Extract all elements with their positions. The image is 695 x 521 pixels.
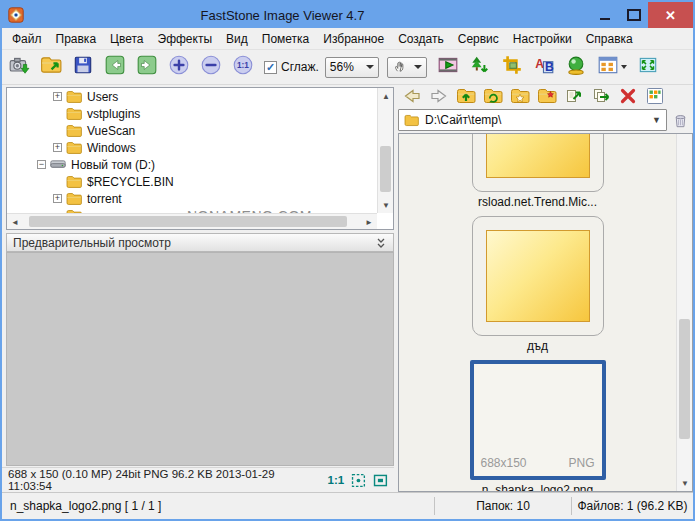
copy-to-button[interactable] (587, 87, 614, 108)
recycle-bin-button[interactable] (667, 109, 693, 131)
window-title: FastStone Image Viewer 4.7 (2, 8, 563, 23)
main-toolbar: 1:1✓Сглаж.56%AB (2, 50, 693, 85)
thumbnail-item[interactable]: дъд (472, 216, 604, 360)
fullscreen-small-icon[interactable] (372, 472, 389, 489)
thumbs-vscroll-thumb[interactable] (679, 319, 690, 439)
menu-item-6[interactable]: Пометка (255, 30, 317, 48)
crop-button[interactable] (499, 54, 525, 80)
menu-item-5[interactable]: Вид (219, 30, 255, 48)
zoom-in-button[interactable] (166, 54, 192, 80)
folder-icon (66, 124, 82, 138)
image-thumbnail-selected[interactable]: 688x150PNG (470, 360, 606, 480)
browse-layout-button[interactable] (595, 54, 629, 80)
smoothing-label: Сглаж. (281, 60, 319, 74)
new-folder-button[interactable] (533, 87, 560, 108)
drag-tool-select[interactable] (387, 57, 427, 78)
tree-hscroll-thumb[interactable] (29, 216, 347, 227)
zoom-percent-select[interactable]: 56% (325, 57, 379, 78)
tree-item-$RECYCLE.BIN[interactable]: $RECYCLE.BIN (7, 173, 377, 190)
folder-icon (66, 90, 82, 104)
next-image-button[interactable] (134, 54, 160, 80)
folder-tree-panel: +UsersvstpluginsVueScan+Windows−Новый то… (6, 87, 394, 230)
menu-item-3[interactable]: Цвета (103, 30, 150, 48)
expand-plus-icon[interactable]: + (53, 194, 62, 203)
red-eye-button[interactable] (563, 54, 589, 80)
scroll-down-icon[interactable]: ▼ (677, 475, 693, 491)
save-as-button[interactable] (70, 54, 96, 80)
address-row: D:\Сайт\temp\ ▼ (398, 109, 693, 131)
scroll-right-icon[interactable]: ► (361, 214, 377, 230)
thumbnail-item[interactable]: 688x150PNGn_shapka_logo2.png (470, 360, 606, 492)
thumbnail-label: n_shapka_logo2.png (482, 483, 593, 492)
menu-item-4[interactable]: Эффекты (151, 30, 220, 48)
folder-icon (66, 141, 82, 155)
menu-item-11[interactable]: Справка (579, 30, 640, 48)
chevron-down-icon[interactable] (621, 65, 627, 69)
menu-item-8[interactable]: Создать (391, 30, 451, 48)
tree-vertical-scrollbar[interactable]: ▲ ▼ (377, 88, 393, 213)
resize-button[interactable] (467, 54, 493, 80)
tree-vscroll-thumb[interactable] (380, 146, 391, 192)
scroll-up-icon[interactable]: ▲ (378, 88, 394, 104)
thumbs-vertical-scrollbar[interactable]: ▼ (676, 134, 692, 491)
thumbnail-format: PNG (568, 456, 594, 470)
refresh-button[interactable] (479, 87, 506, 108)
favorites-button[interactable] (506, 87, 533, 108)
move-to-button[interactable] (560, 87, 587, 108)
status-folders-count: Папок: 10 (435, 499, 571, 513)
expand-plus-icon[interactable]: + (53, 92, 62, 101)
address-combobox[interactable]: D:\Сайт\temp\ ▼ (398, 109, 667, 131)
tree-item-Новый том (D:)[interactable]: −Новый том (D:) (7, 156, 377, 173)
previous-image-button[interactable] (102, 54, 128, 80)
maximize-button[interactable] (619, 2, 648, 28)
collapse-chevrons-icon[interactable] (375, 237, 387, 249)
tree-item-label: Windows (87, 141, 136, 155)
tree-item-Windows[interactable]: +Windows (7, 139, 377, 156)
menu-item-2[interactable]: Правка (49, 30, 104, 48)
slideshow-button[interactable] (435, 54, 461, 80)
close-button[interactable]: ✕ (648, 2, 693, 28)
nav-forward-icon (429, 86, 449, 110)
view-mode-button[interactable] (641, 87, 668, 108)
preview-header[interactable]: Предварительный просмотр (6, 233, 394, 252)
arrow-left-btn-icon (104, 54, 126, 80)
folder-up-button[interactable] (452, 87, 479, 108)
preview-header-label: Предварительный просмотр (13, 236, 171, 250)
delete-button[interactable] (614, 87, 641, 108)
thumbnail-item[interactable]: rsload.net.Trend.Mic... (472, 134, 604, 216)
forward-button[interactable] (425, 87, 452, 108)
file-manage-button[interactable] (38, 54, 64, 80)
status-files-count: Файлов: 1 (96.2 KB) (572, 499, 693, 513)
folder-refresh-icon (483, 86, 503, 110)
draw-text-button[interactable]: AB (531, 54, 557, 80)
folder-up-icon (456, 86, 476, 110)
tree-horizontal-scrollbar[interactable]: ◄ ► (7, 213, 377, 229)
slideshow-icon (437, 54, 459, 80)
smoothing-checkbox[interactable]: ✓ (264, 61, 277, 74)
chevron-down-icon[interactable]: ▼ (652, 115, 661, 125)
tree-item-VueScan[interactable]: VueScan (7, 122, 377, 139)
tree-item-torrent[interactable]: +torrent (7, 190, 377, 207)
menu-item-9[interactable]: Сервис (451, 30, 506, 48)
collapse-minus-icon[interactable]: − (37, 160, 46, 169)
menu-item-7[interactable]: Избранное (316, 30, 391, 48)
menu-item-10[interactable]: Настройки (506, 30, 579, 48)
actual-size-button[interactable]: 1:1 (230, 54, 256, 80)
red-eye-icon (565, 54, 587, 80)
folder-icon (66, 107, 82, 121)
scroll-down-icon[interactable]: ▼ (378, 197, 394, 213)
tree-item-Users[interactable]: +Users (7, 88, 377, 105)
folder-thumbnail[interactable] (472, 216, 604, 336)
folder-thumbnail[interactable] (472, 133, 604, 192)
acquire-photo-button[interactable] (6, 54, 32, 80)
minimize-button[interactable] (590, 2, 619, 28)
scroll-left-icon[interactable]: ◄ (7, 214, 23, 230)
fit-window-icon[interactable] (350, 472, 367, 489)
fullscreen-button[interactable] (635, 54, 661, 80)
back-button[interactable] (398, 87, 425, 108)
tree-item-vstplugins[interactable]: vstplugins (7, 105, 377, 122)
expand-plus-icon[interactable]: + (53, 143, 62, 152)
camera-icon (8, 54, 30, 80)
zoom-out-button[interactable] (198, 54, 224, 80)
menu-item-1[interactable]: Файл (5, 30, 49, 48)
